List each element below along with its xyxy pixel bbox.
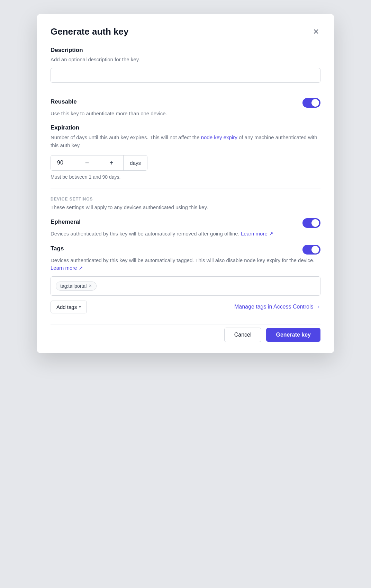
ephemeral-row: Ephemeral [51,218,320,228]
close-icon: ✕ [313,28,319,36]
tags-toggle[interactable] [302,245,320,255]
expiration-note: Must be between 1 and 90 days. [51,174,320,180]
tags-footer: Add tags ▾ Manage tags in Access Control… [51,301,320,313]
modal-title: Generate auth key [51,26,128,37]
ephemeral-label: Ephemeral [51,219,81,225]
ephemeral-hint-text: Devices authenticated by this key will b… [51,231,241,237]
expiration-label: Expiration [51,124,320,131]
device-settings-hint: These settings will apply to any devices… [51,204,320,212]
expiration-value: 90 [51,155,75,170]
tags-label: Tags [51,245,64,252]
tags-learn-more-link[interactable]: Learn more ↗ [51,265,83,271]
tags-hint-text: Devices authenticated by this key will b… [51,257,315,263]
tag-chip-close-button[interactable]: × [89,283,92,289]
manage-tags-link[interactable]: Manage tags in Access Controls → [234,304,320,310]
description-section: Description Add an optional description … [51,47,320,91]
modal-footer: Cancel Generate key [51,324,320,342]
reusable-hint: Use this key to authenticate more than o… [51,110,320,118]
add-tags-label: Add tags [56,304,77,310]
ephemeral-section: Ephemeral Devices authenticated by this … [51,218,320,238]
description-label: Description [51,47,320,54]
add-tags-button[interactable]: Add tags ▾ [51,301,87,313]
expiration-section: Expiration Number of days until this aut… [51,124,320,180]
expiration-unit: days [124,155,147,170]
tags-hint: Devices authenticated by this key will b… [51,257,320,272]
tags-row: Tags [51,245,320,255]
reusable-section: Reusable Use this key to authenticate mo… [51,98,320,118]
device-settings-section: DEVICE SETTINGS These settings will appl… [51,197,320,212]
expiration-hint: Number of days until this auth key expir… [51,133,320,150]
section-divider [51,188,320,188]
reusable-toggle[interactable] [302,98,320,108]
tags-slider [302,245,320,255]
tag-chip-label: tag:tailportal [60,283,87,289]
generate-key-button[interactable]: Generate key [266,328,320,342]
expiration-buttons: − + [75,155,124,170]
close-button[interactable]: ✕ [311,27,320,37]
decrement-button[interactable]: − [75,155,99,170]
tags-section: Tags Devices authenticated by this key w… [51,245,320,313]
modal-header: Generate auth key ✕ [51,26,320,37]
modal-overlay: Generate auth key ✕ Description Add an o… [37,14,334,353]
description-hint: Add an optional description for the key. [51,56,320,64]
cancel-button[interactable]: Cancel [224,328,262,342]
ephemeral-learn-more-link[interactable]: Learn more ↗ [241,231,273,237]
node-key-expiry-link[interactable]: node key expiry [201,134,237,140]
tag-chip: tag:tailportal × [56,282,97,291]
ephemeral-toggle[interactable] [302,218,320,228]
expiration-controls: 90 − + days [51,155,147,171]
ephemeral-slider [302,218,320,228]
reusable-slider [302,98,320,108]
reusable-label: Reusable [51,98,77,105]
description-input[interactable] [51,68,320,83]
modal-dialog: Generate auth key ✕ Description Add an o… [37,14,334,353]
expiration-hint-text1: Number of days until this auth key expir… [51,134,201,140]
ephemeral-hint: Devices authenticated by this key will b… [51,230,320,238]
chevron-down-icon: ▾ [79,304,81,309]
tags-area: tag:tailportal × [51,276,320,296]
device-settings-heading: DEVICE SETTINGS [51,197,320,202]
increment-button[interactable]: + [99,155,123,170]
reusable-row: Reusable [51,98,320,108]
